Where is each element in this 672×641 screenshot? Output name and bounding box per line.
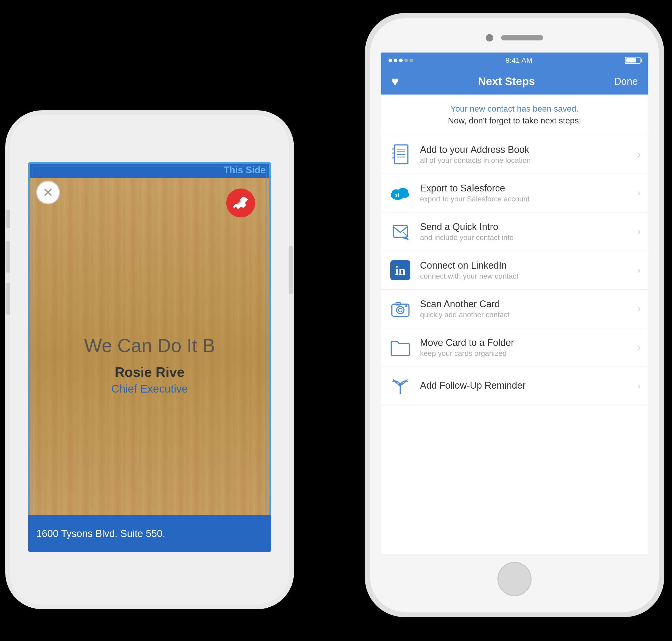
svg-point-20 (405, 305, 407, 307)
signal-dot-4 (404, 58, 408, 62)
linkedin-box: in (390, 260, 410, 280)
move-folder-sub: keep your cards organized (420, 349, 635, 358)
move-folder-title: Move Card to a Folder (420, 337, 635, 348)
person-name: Rosie Rive (115, 364, 184, 380)
signal-dot-2 (394, 58, 397, 62)
quick-intro-title: Send a Quick Intro (420, 221, 635, 232)
address-book-chevron: › (637, 149, 641, 160)
camera-area (486, 34, 543, 41)
home-button[interactable] (497, 562, 532, 596)
back-phone: This Side ✕ We Can Do It B Rosie Rive Ch… (5, 110, 294, 609)
address-book-title: Add to your Address Book (420, 144, 635, 155)
company-name: We Can Do It B (84, 335, 215, 356)
front-phone: 9:41 AM ♥ Next Steps Done Your new conta… (365, 13, 664, 617)
battery-icon (625, 57, 641, 64)
camera-icon (388, 297, 412, 320)
linkedin-title: Connect on LinkedIn (420, 260, 635, 271)
linkedin-text: Connect on LinkedIn connect with your ne… (420, 260, 635, 281)
step-reminder[interactable]: Add Follow-Up Reminder › (381, 367, 648, 406)
status-time: 9:41 AM (413, 56, 625, 65)
wrench-icon[interactable] (226, 189, 255, 217)
step-linkedin[interactable]: in Connect on LinkedIn connect with your… (381, 251, 648, 290)
reminder-chevron: › (637, 381, 641, 392)
salesforce-text: Export to Salesforce export to your Sale… (420, 183, 635, 203)
svg-point-18 (398, 308, 402, 312)
linkedin-icon: in (388, 258, 412, 282)
card-address: 1600 Tysons Blvd. Suite 550, (36, 528, 165, 540)
scan-card-sub: quickly add another contact (420, 311, 635, 319)
back-phone-inner: This Side ✕ We Can Do It B Rosie Rive Ch… (10, 115, 289, 604)
svg-rect-1 (392, 148, 395, 150)
front-phone-screen: 9:41 AM ♥ Next Steps Done Your new conta… (381, 53, 648, 554)
scan-card-text: Scan Another Card quickly add another co… (420, 299, 635, 319)
card-this-side-label: This Side (224, 165, 266, 176)
step-address-book[interactable]: Add to your Address Book all of your con… (381, 135, 648, 174)
business-card-content: We Can Do It B Rosie Rive Chief Executiv… (28, 178, 271, 552)
salesforce-title: Export to Salesforce (420, 183, 635, 194)
email-icon (388, 220, 412, 243)
volume-mute-button[interactable] (6, 209, 10, 228)
step-scan-card[interactable]: Scan Another Card quickly add another co… (381, 290, 648, 328)
nav-title: Next Steps (399, 75, 614, 88)
linkedin-sub: connect with your new contact (420, 272, 635, 281)
move-folder-text: Move Card to a Folder keep your cards or… (420, 337, 635, 358)
address-book-text: Add to your Address Book all of your con… (420, 144, 635, 165)
quick-intro-chevron: › (637, 226, 641, 237)
quick-intro-sub: and include your contact info (420, 233, 635, 242)
speaker-bar (501, 35, 543, 40)
svg-line-14 (403, 232, 407, 236)
person-title: Chief Executive (111, 383, 188, 395)
scan-card-chevron: › (637, 303, 641, 314)
folder-icon (388, 336, 412, 359)
address-book-sub: all of your contacts in one location (420, 156, 635, 165)
svg-rect-3 (392, 156, 395, 159)
front-phone-inner: 9:41 AM ♥ Next Steps Done Your new conta… (370, 18, 659, 612)
step-quick-intro[interactable]: Send a Quick Intro and include your cont… (381, 213, 648, 251)
signal-dot-3 (399, 58, 403, 62)
battery-fill (626, 58, 636, 63)
signal-dots (388, 58, 413, 62)
card-top-bar: This Side (28, 162, 271, 178)
svg-point-11 (401, 191, 409, 198)
salesforce-icon: sf (388, 181, 412, 205)
salesforce-sub: export to your Salesforce account (420, 195, 635, 203)
step-move-folder[interactable]: Move Card to a Folder keep your cards or… (381, 328, 648, 367)
address-book-icon (388, 142, 412, 166)
saved-subtitle: Now, don't forget to take next steps! (391, 116, 638, 125)
svg-point-17 (397, 306, 404, 314)
reminder-text: Add Follow-Up Reminder (420, 380, 635, 392)
volume-up-button[interactable] (6, 241, 10, 273)
done-button[interactable]: Done (614, 76, 638, 87)
close-button[interactable]: ✕ (36, 181, 60, 204)
salesforce-chevron: › (637, 188, 641, 199)
move-folder-chevron: › (637, 342, 641, 353)
svg-text:sf: sf (395, 192, 399, 198)
signal-dot-5 (410, 58, 413, 62)
palm-icon (388, 374, 412, 398)
reminder-title: Add Follow-Up Reminder (420, 380, 635, 391)
nav-bar: ♥ Next Steps Done (381, 68, 648, 95)
saved-message: Your new contact has been saved. Now, do… (381, 95, 648, 135)
power-button[interactable] (289, 246, 293, 294)
back-phone-screen: This Side ✕ We Can Do It B Rosie Rive Ch… (28, 162, 271, 552)
svg-rect-2 (392, 152, 395, 154)
signal-dot-1 (388, 58, 392, 62)
step-salesforce[interactable]: sf Export to Salesforce export to your S… (381, 174, 648, 213)
status-bar: 9:41 AM (381, 53, 648, 68)
steps-list: Add to your Address Book all of your con… (381, 135, 648, 406)
saved-highlight: Your new contact has been saved. (391, 104, 638, 114)
heart-icon: ♥ (391, 74, 399, 89)
linkedin-chevron: › (637, 265, 641, 276)
svg-rect-13 (393, 226, 407, 237)
quick-intro-text: Send a Quick Intro and include your cont… (420, 221, 635, 242)
camera-dot (486, 34, 493, 41)
card-bottom-bar: 1600 Tysons Blvd. Suite 550, (28, 515, 271, 552)
scan-card-title: Scan Another Card (420, 299, 635, 310)
volume-down-button[interactable] (6, 283, 10, 315)
